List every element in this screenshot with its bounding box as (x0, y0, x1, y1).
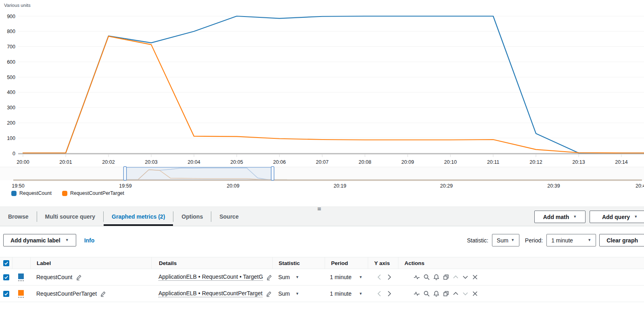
chevron-down-icon: ▼ (359, 292, 363, 296)
x-tick-label: 20:07 (316, 159, 328, 165)
x-tick-label: 20:13 (572, 159, 585, 165)
brush-selection[interactable] (125, 167, 273, 180)
chevron-down-icon: ▼ (296, 276, 299, 279)
y-axis-right-icon[interactable] (387, 274, 392, 280)
statistic-value: Sum (497, 237, 509, 244)
metric-color-picker[interactable] (18, 290, 24, 298)
period-value: 1 minute (551, 237, 573, 244)
metrics-line-chart: 010020030040050060070080090020:0020:0120… (0, 0, 644, 189)
brush-handle-right[interactable] (271, 167, 274, 180)
move-up-icon[interactable] (452, 290, 459, 297)
edit-details-pencil-icon[interactable] (266, 291, 272, 297)
chevron-down-icon: ▼ (588, 238, 591, 242)
timeline-tick-label: 20:29 (440, 183, 452, 189)
pulse-icon[interactable] (413, 290, 420, 297)
search-icon[interactable] (423, 274, 430, 280)
table-header-row: Label Details Statistic Period Y axis Ac… (0, 257, 644, 269)
y-tick-label: 300 (7, 105, 15, 111)
tab-multi-source-query[interactable]: Multi source query (37, 207, 103, 226)
y-tick-label: 500 (7, 75, 15, 80)
add-math-button[interactable]: Add math ▼ (534, 211, 586, 223)
color-column-header (12, 257, 30, 269)
y-tick-label: 800 (7, 29, 15, 34)
edit-label-pencil-icon[interactable] (76, 274, 82, 280)
legend-item-requestcountpertarget[interactable]: RequestCountPerTarget (62, 190, 124, 196)
x-tick-label: 20:06 (273, 159, 286, 165)
y-axis-left-icon[interactable] (377, 274, 382, 280)
metric-color-picker[interactable] (18, 273, 24, 281)
x-tick-label: 20:03 (145, 159, 157, 165)
statistic-select[interactable]: Sum ▼ (492, 234, 519, 246)
timeline-tick-label: 20:4 (636, 183, 644, 189)
y-axis-left-icon[interactable] (377, 290, 382, 297)
chart-legend: RequestCount RequestCountPerTarget (11, 190, 124, 196)
series-line-requestcount (23, 16, 644, 153)
add-dynamic-label-button[interactable]: Add dynamic label ▼ (3, 234, 76, 246)
remove-icon[interactable] (472, 274, 478, 280)
move-down-icon[interactable] (462, 290, 469, 297)
timeline-tick-label: 20:19 (333, 183, 346, 189)
x-tick-label: 20:12 (529, 159, 542, 165)
chevron-down-icon: ▼ (359, 276, 363, 279)
info-link[interactable]: Info (84, 237, 95, 244)
metric-label: RequestCountPerTarget (36, 290, 97, 297)
add-query-label: Add query (602, 214, 630, 220)
metric-label: RequestCount (36, 274, 73, 280)
remove-icon[interactable] (472, 290, 478, 297)
x-tick-label: 20:04 (188, 159, 200, 165)
graphed-metrics-table: Label Details Statistic Period Y axis Ac… (0, 257, 644, 302)
tab-graphed-metrics[interactable]: Graphed metrics (2) (104, 207, 173, 226)
x-tick-label: 20:08 (358, 159, 371, 165)
statistic-dropdown[interactable]: Sum ▼ (278, 274, 299, 280)
copy-icon[interactable] (443, 290, 449, 297)
tab-browse[interactable]: Browse (0, 207, 37, 226)
row-checkbox[interactable] (3, 274, 9, 280)
copy-icon[interactable] (443, 274, 449, 280)
x-tick-label: 20:09 (401, 159, 414, 165)
metrics-tab-bar: = Browse Multi source query Graphed metr… (0, 207, 644, 226)
x-tick-label: 20:10 (444, 159, 456, 165)
legend-color-swatch (62, 191, 67, 196)
tab-options[interactable]: Options (173, 207, 211, 226)
x-tick-label: 20:02 (102, 159, 115, 165)
clear-graph-button[interactable]: Clear graph (599, 234, 644, 246)
period-value: 1 minute (330, 290, 352, 297)
actions-column-header: Actions (398, 257, 644, 269)
period-dropdown[interactable]: 1 minute ▼ (330, 274, 368, 280)
brush-handle-left[interactable] (124, 167, 127, 180)
metric-details[interactable]: ApplicationELB • RequestCount • TargetG (158, 273, 263, 281)
y-axis-unit-label: Various units (4, 3, 31, 8)
graphed-metrics-toolbar: Add dynamic label ▼ Info Statistic: Sum … (0, 226, 644, 254)
period-column-header: Period (325, 257, 368, 269)
x-tick-label: 20:01 (59, 159, 72, 165)
row-checkbox[interactable] (3, 291, 9, 297)
metric-details[interactable]: ApplicationELB • RequestCountPerTarget (158, 290, 263, 297)
add-query-button[interactable]: Add query ▼ (590, 211, 644, 223)
move-down-icon[interactable] (462, 274, 469, 280)
edit-label-pencil-icon[interactable] (100, 291, 106, 297)
panel-resize-handle[interactable]: = (317, 207, 321, 212)
y-tick-label: 400 (7, 90, 15, 95)
period-dropdown[interactable]: 1 minute ▼ (330, 290, 368, 297)
legend-label: RequestCountPerTarget (70, 190, 124, 196)
edit-details-pencil-icon[interactable] (266, 274, 272, 280)
search-icon[interactable] (423, 290, 430, 297)
metric-row: RequestCountPerTarget ApplicationELB • R… (0, 286, 644, 302)
statistic-dropdown[interactable]: Sum ▼ (278, 290, 299, 297)
bell-icon[interactable] (433, 274, 440, 280)
y-tick-label: 0 (13, 151, 15, 157)
y-tick-label: 600 (7, 59, 15, 65)
legend-label: RequestCount (19, 190, 52, 196)
select-all-checkbox[interactable] (3, 260, 9, 266)
timeline-tick-label: 20:39 (547, 183, 560, 189)
pulse-icon[interactable] (413, 274, 420, 280)
tab-source[interactable]: Source (211, 207, 246, 226)
metric-color-swatch (18, 290, 24, 296)
move-up-icon[interactable] (452, 274, 459, 280)
legend-item-requestcount[interactable]: RequestCount (11, 190, 52, 196)
clear-graph-label: Clear graph (606, 237, 638, 244)
timeline-band[interactable] (0, 167, 644, 180)
bell-icon[interactable] (433, 290, 440, 297)
period-select[interactable]: 1 minute ▼ (546, 234, 596, 246)
y-axis-right-icon[interactable] (387, 290, 392, 297)
